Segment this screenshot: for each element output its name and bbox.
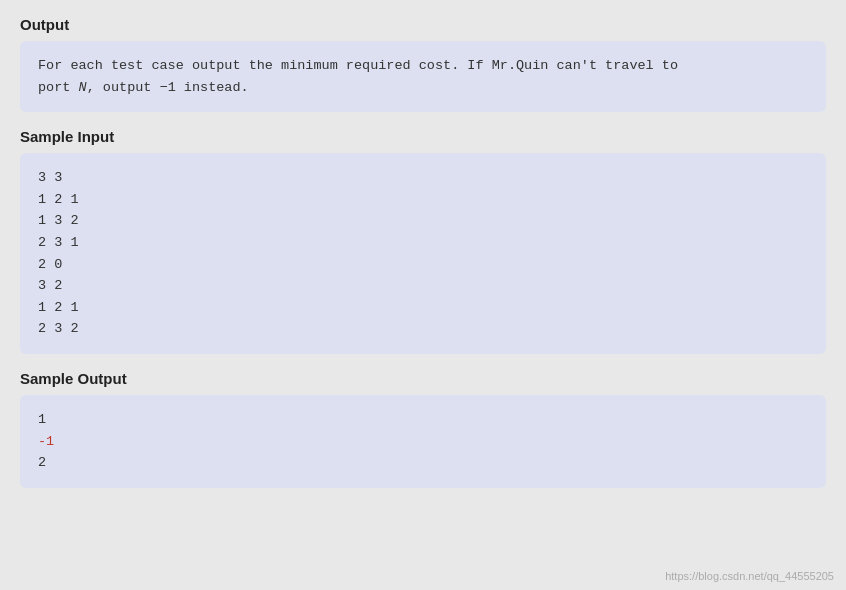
list-item: 1 3 2: [38, 210, 808, 232]
sample-input-box: 3 3 1 2 1 1 3 2 2 3 1 2 0 3 2 1 2 1 2 3 …: [20, 153, 826, 354]
sample-input-title: Sample Input: [20, 128, 826, 145]
list-item: 1: [38, 409, 808, 431]
port-n-variable: N: [79, 80, 87, 95]
output-box: For each test case output the minimum re…: [20, 41, 826, 112]
list-item: 3 2: [38, 275, 808, 297]
list-item: 2 3 1: [38, 232, 808, 254]
output-section: Output For each test case output the min…: [20, 16, 826, 112]
sample-output-section: Sample Output 1 -1 2: [20, 370, 826, 488]
output-description: For each test case output the minimum re…: [38, 58, 678, 95]
output-title: Output: [20, 16, 826, 33]
watermark: https://blog.csdn.net/qq_44555205: [665, 570, 834, 582]
sample-input-content: 3 3 1 2 1 1 3 2 2 3 1 2 0 3 2 1 2 1 2 3 …: [38, 167, 808, 340]
list-item: 1 2 1: [38, 189, 808, 211]
sample-output-content: 1 -1 2: [38, 409, 808, 474]
list-item: 1 2 1: [38, 297, 808, 319]
list-item: 2: [38, 452, 808, 474]
sample-output-title: Sample Output: [20, 370, 826, 387]
list-item: 3 3: [38, 167, 808, 189]
sample-output-box: 1 -1 2: [20, 395, 826, 488]
list-item: -1: [38, 431, 808, 453]
sample-input-section: Sample Input 3 3 1 2 1 1 3 2 2 3 1 2 0 3…: [20, 128, 826, 354]
list-item: 2 3 2: [38, 318, 808, 340]
list-item: 2 0: [38, 254, 808, 276]
